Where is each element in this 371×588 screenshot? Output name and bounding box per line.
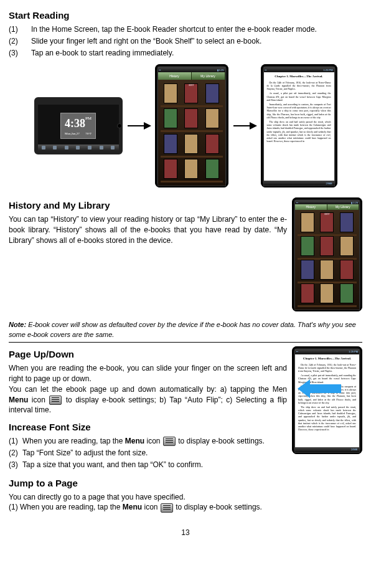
- step-number: (3): [9, 460, 22, 470]
- bookshelf-figure: ▪▪▮ 1:29 History My Library IDIOT: [155, 64, 228, 187]
- reader-figure: ▪▪1:29 PM Chapter 1. Marseilles—The Arri…: [261, 64, 337, 187]
- step-number: (1): [9, 24, 26, 35]
- step-text: In the Home Screen, tap the E-book Reade…: [31, 24, 362, 35]
- svg-marker-3: [250, 122, 257, 130]
- note-block: Note: E-book cover will show as defaulte…: [9, 318, 362, 343]
- note-label: Note:: [9, 321, 26, 328]
- font-step-3: (3) Tap a size that you want, and then t…: [9, 460, 362, 470]
- tab-my-library: My Library: [327, 204, 360, 210]
- page-counter: 2/988: [326, 182, 332, 186]
- section-jump-page-title: Jump to a Page: [9, 477, 362, 490]
- chapter-title: Chapter 1. Marseilles—The Arrival.: [267, 75, 331, 79]
- illustration-row: 4:38PM Mon,Jun,27 70°F ▪▪▮ 1:29 History …: [9, 64, 362, 187]
- step-text: Tap an e-book to start reading immediate…: [31, 48, 362, 59]
- step-3: (3) Tap an e-book to start reading immed…: [9, 48, 362, 59]
- step-text: When you are reading, tap the Menu icon …: [22, 436, 287, 447]
- tab-my-library: My Library: [192, 72, 225, 80]
- step-2: (2) Slide your finger left and right on …: [9, 36, 362, 47]
- history-library-figure: ▪▪▮ 1:29 History My Library IDIOT: [292, 197, 362, 311]
- section-start-reading-title: Start Reading: [9, 9, 362, 22]
- home-screen-figure: 4:38PM Mon,Jun,27 70°F: [34, 97, 123, 154]
- menu-icon: [163, 437, 176, 446]
- step-text: Tap “Font Size” to adjust the font size.: [22, 448, 287, 458]
- page-updown-figure: ▪▪1:29 PM Chapter 1. Marseilles—The Arri…: [292, 346, 362, 454]
- clock-temp: 70°F: [85, 131, 92, 136]
- step-text: Tap a size that you want, and then tap “…: [22, 460, 362, 470]
- step-number: (2): [9, 36, 26, 47]
- reader-paragraph: As usual, a pilot put off immediately, a…: [267, 92, 331, 102]
- font-step-1: (1) When you are reading, tap the Menu i…: [9, 436, 287, 447]
- status-time: 1:29 PM: [324, 69, 333, 72]
- step-number: (3): [9, 48, 26, 59]
- svg-marker-1: [144, 122, 151, 130]
- clock-day: Mon,Jun,27: [65, 131, 80, 136]
- clock-time: 4:38: [65, 117, 85, 130]
- menu-icon: [161, 503, 173, 513]
- tab-history: History: [158, 72, 192, 80]
- step-text: Slide your finger left and right on the …: [31, 36, 362, 47]
- step-number: (1): [9, 436, 22, 447]
- reader-paragraph: Immediately, and according to custom, th…: [267, 103, 331, 119]
- jump-page-p2: (1) When you are reading, tap the Menu i…: [9, 502, 362, 513]
- reader-paragraph: On the 24th of February, 1810, the look-…: [267, 81, 331, 91]
- jump-page-p1: You can directly go to a page that you h…: [9, 492, 362, 503]
- step-number: (2): [9, 448, 22, 458]
- page-number: 13: [9, 528, 362, 538]
- menu-icon: [49, 396, 62, 405]
- reader-paragraph: The ship drew on and had safely passed t…: [267, 120, 331, 143]
- arrow-right-icon: [126, 120, 151, 132]
- note-body: E-book cover will show as defaulted cove…: [9, 321, 356, 338]
- arrow-right-icon: [232, 120, 257, 132]
- swipe-arrow-icon: [298, 379, 341, 398]
- clock-ampm: PM: [85, 116, 92, 121]
- step-1: (1) In the Home Screen, tap the E-book R…: [9, 24, 362, 35]
- svg-marker-4: [298, 379, 341, 398]
- font-step-2: (2) Tap “Font Size” to adjust the font s…: [9, 448, 287, 458]
- tab-history: History: [295, 204, 327, 210]
